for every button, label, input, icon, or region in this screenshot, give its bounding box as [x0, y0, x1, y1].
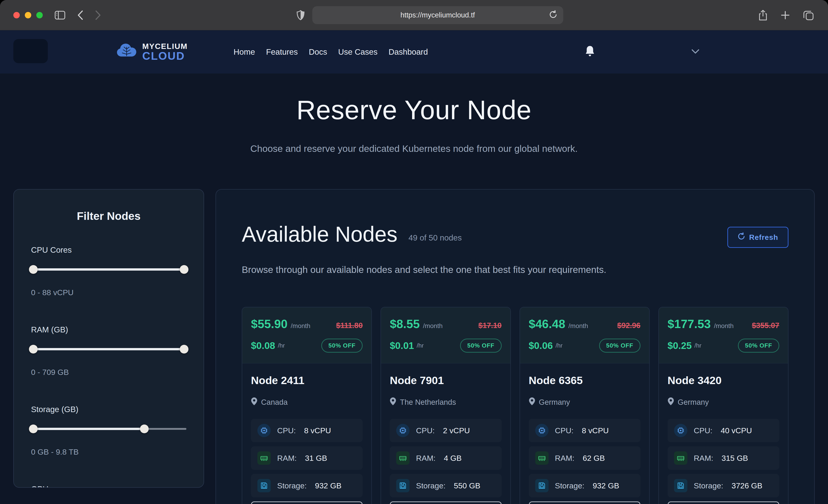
node-location: The Netherlands [400, 398, 456, 407]
check-node-health-button[interactable]: Check Node Health [390, 501, 501, 504]
logo-cloud-icon [116, 42, 137, 61]
refresh-button[interactable]: Refresh [727, 227, 788, 248]
storage-icon [257, 479, 271, 492]
card-body: Node 6365 Germany CPU: 8 vCPU [520, 364, 649, 504]
ram-label: RAM: [277, 454, 297, 463]
cpu-value: 8 vCPU [582, 426, 609, 435]
check-node-health-button[interactable]: Check Node Health [668, 501, 779, 504]
check-node-health-button[interactable]: Check Node Health [251, 501, 363, 504]
cpu-label: CPU: [694, 426, 712, 435]
slider-range [33, 428, 144, 430]
ram-icon [674, 451, 687, 465]
storage-value: 932 GB [315, 481, 341, 490]
storage-label: Storage: [555, 481, 585, 490]
spec-row-cpu: CPU: 40 vCPU [668, 419, 779, 442]
cpu-cores-label: CPU Cores [31, 245, 187, 255]
share-icon[interactable] [758, 10, 767, 21]
node-name: Node 7901 [390, 374, 501, 387]
filter-group-ram: RAM (GB) 0 - 709 GB [31, 325, 187, 377]
storage-value: 550 GB [454, 481, 480, 490]
cpu-range-text: 0 - 88 vCPU [31, 288, 187, 297]
minimize-window-button[interactable] [25, 12, 31, 18]
nav-link-use-cases[interactable]: Use Cases [338, 47, 378, 56]
storage-slider-min-handle[interactable] [29, 424, 38, 433]
cpu-label: CPU: [277, 426, 296, 435]
storage-value: 3726 GB [732, 481, 762, 490]
reload-icon[interactable] [549, 10, 557, 20]
node-card: $55.90 /month $111.80 $0.08 /hr 50% OFF [242, 307, 372, 504]
spec-row-storage: Storage: 932 GB [251, 474, 363, 497]
card-pricing: $177.53 /month $355.07 $0.25 /hr 50% OFF [659, 307, 788, 364]
storage-slider[interactable] [31, 424, 187, 433]
location-pin-icon [390, 397, 396, 407]
zoom-window-button[interactable] [36, 12, 43, 18]
node-card: $46.48 /month $92.96 $0.06 /hr 50% OFF [520, 307, 650, 504]
hourly-price: $0.25 [668, 340, 692, 351]
ram-value: 31 GB [305, 454, 327, 463]
account-chevron-down-icon[interactable] [692, 49, 699, 55]
url-text: https://myceliumcloud.tf [401, 11, 475, 19]
storage-icon [396, 479, 410, 492]
monthly-price: $46.48 [529, 317, 565, 331]
per-hr-label: /hr [278, 342, 285, 349]
per-month-label: /month [291, 322, 310, 330]
logo-line-top: MYCELIUM [142, 42, 188, 50]
new-tab-icon[interactable] [781, 10, 790, 20]
discount-badge: 50% OFF [599, 339, 640, 352]
spec-row-ram: RAM: 62 GB [529, 446, 640, 470]
address-bar[interactable]: https://myceliumcloud.tf [312, 6, 563, 24]
cpu-icon [257, 424, 271, 437]
ram-label: RAM (GB) [31, 325, 187, 334]
ram-slider[interactable] [31, 345, 187, 353]
nav-link-features[interactable]: Features [266, 47, 298, 56]
site-navbar: MYCELIUM CLOUD Home Features Docs Use Ca… [0, 30, 828, 74]
cpu-slider-min-handle[interactable] [29, 265, 38, 274]
cpu-slider-max-handle[interactable] [180, 265, 189, 274]
spec-list: CPU: 8 vCPU RAM: 62 GB [529, 419, 640, 501]
close-window-button[interactable] [13, 12, 20, 18]
original-price: $92.96 [617, 321, 640, 330]
node-location: Germany [539, 398, 570, 407]
ram-label: RAM: [694, 454, 713, 463]
ram-icon [535, 451, 548, 465]
notification-bell-icon[interactable] [585, 45, 595, 58]
nav-link-docs[interactable]: Docs [309, 47, 327, 56]
check-node-health-button[interactable]: Check Node Health [529, 501, 640, 504]
storage-icon [535, 479, 548, 492]
content: Filter Nodes CPU Cores 0 - 88 vCPU RAM (… [0, 154, 828, 504]
nav-link-dashboard[interactable]: Dashboard [388, 47, 428, 56]
forward-button-icon[interactable] [95, 10, 101, 20]
spec-row-ram: RAM: 31 GB [251, 446, 363, 470]
original-price: $17.10 [479, 321, 502, 330]
storage-slider-max-handle[interactable] [140, 424, 149, 433]
privacy-shield-icon[interactable] [297, 10, 304, 20]
back-button-icon[interactable] [77, 10, 83, 20]
cpu-cores-slider[interactable] [31, 265, 187, 274]
cpu-icon [396, 424, 410, 437]
site-logo[interactable]: MYCELIUM CLOUD [116, 42, 188, 61]
ram-icon [257, 451, 271, 465]
node-name: Node 3420 [668, 374, 779, 387]
tab-overview-icon[interactable] [803, 10, 814, 20]
available-nodes-panel: Available Nodes 49 of 50 nodes Refresh B… [215, 189, 815, 504]
traffic-lights [13, 12, 43, 18]
node-card: $8.55 /month $17.10 $0.01 /hr 50% OFF [380, 307, 511, 504]
hourly-price: $0.06 [529, 340, 553, 351]
ram-slider-min-handle[interactable] [29, 345, 38, 353]
nodes-count: 49 of 50 nodes [409, 233, 462, 242]
hero-section: Reserve Your Node Choose and reserve you… [0, 74, 828, 154]
card-body: Node 3420 Germany CPU: 40 vCPU [659, 364, 788, 504]
nav-link-home[interactable]: Home [234, 47, 255, 56]
spec-row-cpu: CPU: 2 vCPU [390, 419, 501, 442]
cpu-icon [535, 424, 548, 437]
card-body: Node 2411 Canada CPU: 8 vCPU [242, 364, 371, 504]
sidebar-toggle-icon[interactable] [55, 11, 65, 19]
panel-subtitle: Browse through our available nodes and s… [242, 264, 788, 275]
ram-slider-max-handle[interactable] [180, 345, 189, 353]
storage-range-text: 0 GB - 9.8 TB [31, 448, 187, 456]
per-month-label: /month [569, 322, 588, 330]
location-pin-icon [668, 397, 674, 407]
original-price: $111.80 [336, 321, 363, 330]
panel-header: Available Nodes 49 of 50 nodes Refresh [242, 223, 788, 248]
filter-panel-title: Filter Nodes [31, 210, 187, 222]
